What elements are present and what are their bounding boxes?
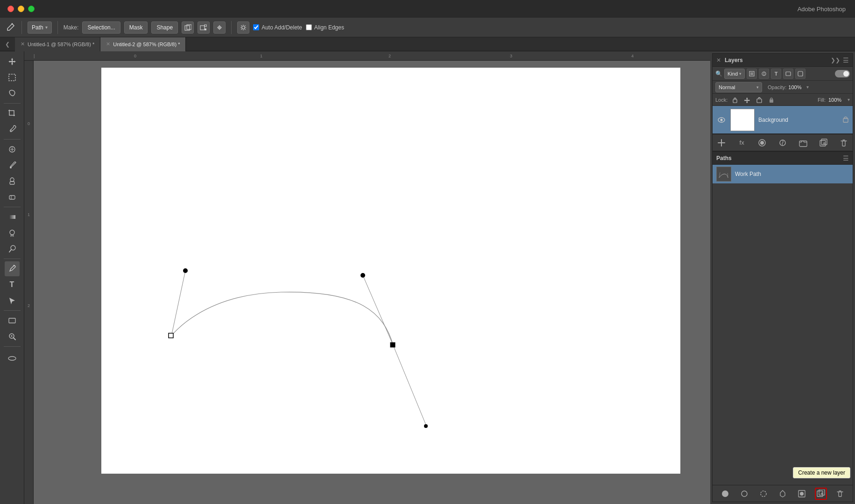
align-edges-group[interactable]: Align Edges [306, 24, 344, 31]
svg-marker-49 [780, 490, 785, 497]
layers-panel-menu-icon[interactable]: ☰ [843, 56, 849, 64]
mask-button[interactable]: Mask [124, 21, 148, 34]
tab2-close-icon[interactable]: ✕ [106, 41, 110, 47]
add-mask-path-icon[interactable] [796, 488, 808, 500]
lt-sep2 [4, 139, 21, 140]
blur-tool[interactable] [5, 225, 20, 240]
tabs-left-arrow[interactable]: ❮ [0, 37, 15, 51]
shape-filter-icon[interactable] [783, 69, 793, 79]
ruler-h-mark-1: 1 [260, 54, 262, 58]
canvas-viewport[interactable] [34, 61, 710, 504]
pixel-filter-icon[interactable] [747, 69, 757, 79]
lock-all-icon[interactable] [767, 95, 776, 105]
lock-artboard-icon[interactable] [755, 95, 764, 105]
path-ops-icon[interactable] [198, 21, 210, 34]
path-align-icon[interactable] [213, 21, 226, 34]
layer-lock-icon [842, 115, 849, 124]
maximize-button[interactable] [28, 6, 35, 12]
create-new-path-icon[interactable] [815, 488, 827, 500]
stamp-tool[interactable] [5, 174, 20, 189]
tab-untitled2[interactable]: ✕ Untitled-2 @ 587% (RGB/8) * [100, 37, 186, 51]
path-dropdown[interactable]: Path [28, 21, 52, 34]
panel-collapse-icon[interactable]: ❯❯ [831, 57, 840, 63]
dodge-tool[interactable] [5, 241, 20, 256]
selection-button[interactable]: Selection... [82, 21, 120, 34]
filter-toggle[interactable] [835, 70, 850, 77]
adjustment-filter-icon[interactable] [759, 69, 769, 79]
pen-tool-left[interactable] [5, 261, 20, 276]
paths-panel: Paths ☰ Work Path [712, 151, 853, 502]
layer-visibility-icon[interactable] [716, 115, 727, 125]
canvas-area[interactable]: | 0 1 2 3 4 0 1 2 [24, 51, 710, 504]
svg-line-20 [363, 275, 393, 345]
pen-tool-icon[interactable] [5, 22, 16, 33]
auto-add-delete-group[interactable]: Auto Add/Delete [253, 24, 302, 31]
layer-name: Background [758, 117, 839, 123]
create-new-layer-icon[interactable] [817, 137, 829, 149]
paths-panel-menu-icon[interactable]: ☰ [843, 154, 849, 162]
eraser-tool[interactable] [5, 189, 20, 204]
stroke-path-icon[interactable] [738, 488, 750, 500]
layer-background[interactable]: Background [713, 106, 853, 134]
selection-to-path-icon[interactable] [777, 488, 789, 500]
shape-button[interactable]: Shape [151, 21, 178, 34]
svg-point-0 [12, 23, 13, 24]
eyedropper-tool[interactable] [5, 122, 20, 137]
lt-sep3 [4, 207, 21, 207]
auto-add-delete-checkbox[interactable] [253, 24, 259, 30]
create-new-layer-tooltip: Create a new layer [793, 467, 850, 478]
layers-panel-title: Layers [725, 57, 743, 63]
lock-pixels-icon[interactable] [730, 95, 740, 105]
svg-rect-41 [799, 141, 807, 147]
adjustment-icon[interactable] [777, 137, 789, 149]
combine-paths-icon[interactable] [182, 21, 194, 34]
add-mask-icon[interactable] [756, 137, 768, 149]
svg-point-39 [760, 141, 764, 145]
type-tool[interactable]: T [5, 277, 20, 292]
heal-tool[interactable] [5, 142, 20, 157]
delete-layer-icon[interactable] [838, 137, 850, 149]
zoom-tool[interactable] [5, 329, 20, 344]
gradient-tool[interactable] [5, 210, 20, 224]
tab-untitled1[interactable]: ✕ Untitled-1 @ 587% (RGB/8) * [15, 37, 100, 51]
lt-sep5 [4, 310, 21, 311]
blend-mode-dropdown[interactable]: Normal [715, 82, 762, 92]
lock-move-icon[interactable] [742, 95, 752, 105]
svg-point-9 [10, 167, 12, 168]
crop-tool[interactable] [5, 106, 20, 121]
traffic-lights[interactable] [7, 6, 35, 12]
lasso-tool[interactable] [5, 86, 20, 101]
title-bar: Adobe Photoshop [0, 0, 855, 18]
layers-panel-close-icon[interactable]: ✕ [716, 57, 721, 63]
svg-rect-22 [169, 333, 173, 338]
fx-icon[interactable]: fx [736, 137, 748, 149]
path-selection-tool[interactable] [5, 293, 20, 308]
ruler-v-mark-0: 0 [28, 121, 30, 126]
tab1-close-icon[interactable]: ✕ [21, 41, 25, 47]
brush-tool[interactable] [5, 158, 20, 173]
paths-panel-title: Paths [716, 155, 732, 161]
tabs-row: ❮ ✕ Untitled-1 @ 587% (RGB/8) * ✕ Untitl… [0, 37, 855, 51]
rect-marquee-tool[interactable] [5, 70, 20, 85]
smart-filter-icon[interactable] [795, 69, 806, 79]
move-tool[interactable] [5, 54, 20, 69]
ellipse-tool[interactable] [5, 349, 20, 364]
type-filter-icon[interactable]: T [771, 69, 781, 79]
work-path-item[interactable]: Work Path [713, 165, 853, 183]
ruler-v-mark-1: 1 [28, 212, 30, 217]
path-to-selection-icon[interactable] [757, 488, 770, 500]
ruler-v-mark-2: 2 [28, 303, 30, 308]
delete-path-icon[interactable] [834, 488, 846, 500]
opacity-arrow[interactable]: ▾ [806, 84, 809, 90]
close-button[interactable] [7, 6, 14, 12]
align-edges-checkbox[interactable] [306, 24, 312, 30]
minimize-button[interactable] [18, 6, 24, 12]
shape-tool[interactable] [5, 313, 20, 328]
group-layers-icon[interactable] [797, 137, 809, 149]
add-effect-icon[interactable] [715, 137, 728, 149]
kind-dropdown[interactable]: Kind [724, 69, 745, 79]
gear-icon[interactable] [237, 21, 249, 34]
fill-arrow[interactable]: ▾ [848, 97, 850, 102]
fill-path-icon[interactable] [719, 488, 731, 500]
ruler-h-mark-2: 2 [389, 54, 391, 58]
